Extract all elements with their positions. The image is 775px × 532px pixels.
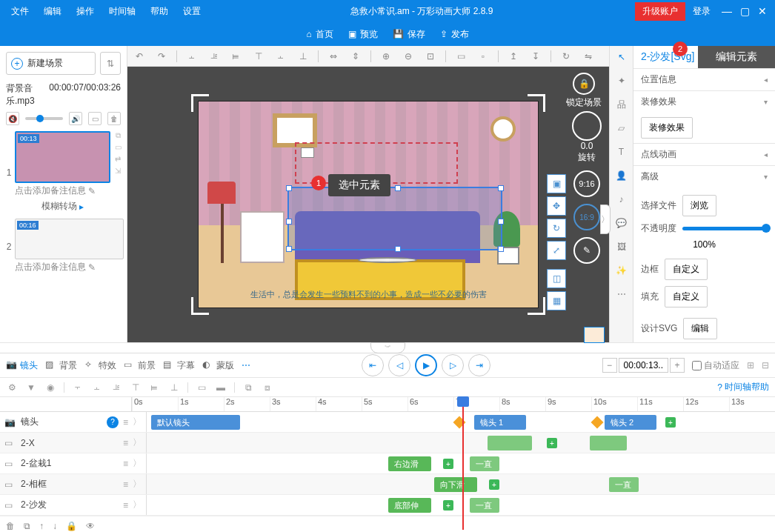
- edit-svg-button[interactable]: 编辑: [683, 318, 717, 339]
- timeline-row-frame[interactable]: ▭2-相框≡〉 向下滑 + 一直: [0, 474, 775, 495]
- align-bot-button[interactable]: ⊥: [296, 49, 310, 64]
- menu-icon[interactable]: ≡: [123, 479, 128, 490]
- opacity-slider[interactable]: [682, 227, 768, 230]
- vol-up-button[interactable]: 🔊: [69, 112, 82, 125]
- playhead[interactable]: [462, 397, 464, 530]
- magic-tool[interactable]: ✨: [613, 262, 630, 279]
- timeline-row-camera[interactable]: 📷镜头?≡〉 默认镜头 镜头 1 镜头 2 +: [0, 412, 775, 433]
- clip-camera-2[interactable]: 镜头 2: [605, 415, 656, 430]
- scale-tool[interactable]: ⤢: [547, 241, 566, 260]
- next-frame-button[interactable]: ⇥: [468, 354, 490, 376]
- login-button[interactable]: 登录: [685, 5, 718, 18]
- text-tool[interactable]: T: [613, 144, 630, 160]
- align-top-button[interactable]: ⊤: [251, 49, 266, 64]
- clip-always[interactable]: 一直: [609, 477, 639, 492]
- chevron-icon[interactable]: 〉: [133, 436, 142, 449]
- cursor-tool[interactable]: ↖: [613, 49, 630, 65]
- new-scene-button[interactable]: + 新建场景: [6, 52, 96, 75]
- chevron-icon[interactable]: 〉: [133, 457, 142, 470]
- canvas-stage[interactable]: 1 选中元素 生活中，总是会发生一些预料不到的小事，造成一些不必要的伤害 ▣ ✥…: [127, 67, 609, 342]
- timeline-ruler[interactable]: 0s1s 2s3s 4s5s 6s7s 8s9s 10s11s 12s13s: [0, 397, 775, 412]
- person-tool[interactable]: 👤: [613, 167, 630, 184]
- auto-fit-checkbox[interactable]: 自动适应: [692, 359, 739, 372]
- clip[interactable]: [590, 436, 627, 450]
- menu-icon[interactable]: ≡: [123, 417, 128, 428]
- menu-settings[interactable]: 设置: [176, 5, 208, 18]
- menu-icon[interactable]: ≡: [123, 500, 128, 511]
- clip-down-slide[interactable]: 向下滑: [434, 477, 477, 492]
- more-icon[interactable]: ⇲: [112, 167, 124, 177]
- keyframe[interactable]: [591, 416, 604, 429]
- ratio-badge[interactable]: 16:9: [573, 204, 600, 230]
- gallery-tool[interactable]: 🖼: [613, 239, 630, 255]
- camera-layer-button[interactable]: 📷镜头: [6, 359, 38, 372]
- undo-button[interactable]: ↶: [132, 49, 147, 64]
- align-l-icon[interactable]: ⫟: [72, 382, 84, 393]
- expand-arrow[interactable]: 〉: [600, 205, 611, 234]
- subtitle-layer-button[interactable]: ▤字幕: [163, 359, 195, 372]
- play-button[interactable]: ▶: [415, 354, 437, 376]
- unlink-icon[interactable]: ⧈: [262, 382, 273, 393]
- move-tool[interactable]: ✥: [547, 196, 566, 216]
- align-r-icon[interactable]: ⫡: [110, 382, 122, 393]
- add-keyframe[interactable]: +: [443, 459, 453, 469]
- mask-layer-button[interactable]: ◐蒙版: [202, 359, 234, 372]
- dup-icon[interactable]: ▭: [112, 143, 124, 153]
- align-right-button[interactable]: ⫢: [229, 49, 244, 64]
- crop-tool[interactable]: ◫: [547, 269, 566, 288]
- copy-icon[interactable]: ⧉: [112, 131, 124, 142]
- timeline-row-plant[interactable]: ▭2-盆栽1≡〉 右边滑 + 一直: [0, 453, 775, 474]
- step-fwd-button[interactable]: ▷: [442, 354, 464, 376]
- maximize-button[interactable]: ▢: [736, 5, 754, 17]
- position-section[interactable]: 位置信息◂: [633, 69, 775, 90]
- time-badge[interactable]: 9:16: [573, 170, 600, 197]
- front-button[interactable]: ↥: [506, 49, 521, 64]
- audio-tool[interactable]: ♪: [613, 191, 630, 207]
- thumbnail-strip[interactable]: [584, 327, 605, 343]
- dist-v-button[interactable]: ⇕: [348, 49, 363, 64]
- collapse-button[interactable]: ︾: [370, 342, 405, 353]
- decoration-section[interactable]: 装修效果▾: [633, 91, 775, 113]
- sort-button[interactable]: ⇅: [100, 52, 121, 75]
- delete-audio-button[interactable]: 🗑: [107, 112, 121, 125]
- decoration-button[interactable]: 装修效果: [641, 117, 693, 139]
- step-back-button[interactable]: ◁: [388, 354, 410, 376]
- menu-timeline[interactable]: 时间轴: [102, 5, 143, 18]
- advanced-section[interactable]: 高级▾: [633, 166, 775, 187]
- scene-item-1[interactable]: 1 00:13 点击添加备注信息✎ 模糊转场▸ ⧉ ▭ ⇄ ⇲: [3, 131, 124, 214]
- zoom-in-button[interactable]: ⊕: [379, 49, 393, 64]
- clip[interactable]: [488, 436, 532, 450]
- align-left-button[interactable]: ⫠: [184, 49, 199, 64]
- add-keyframe[interactable]: +: [665, 417, 676, 428]
- lock-icon[interactable]: ⇄: [112, 155, 124, 165]
- clip-camera-1[interactable]: 镜头 1: [474, 415, 526, 430]
- clip-default-camera[interactable]: 默认镜头: [151, 415, 240, 430]
- prev-frame-button[interactable]: ⇤: [362, 354, 384, 376]
- zoom-out-button[interactable]: ⊖: [401, 49, 416, 64]
- rotate-dial[interactable]: [572, 111, 602, 141]
- rotate-button[interactable]: ↻: [559, 49, 573, 64]
- menu-file[interactable]: 文件: [4, 5, 36, 18]
- trash-icon[interactable]: 🗑: [6, 521, 15, 531]
- copy-icon[interactable]: ⧉: [24, 521, 30, 531]
- scene-thumbnail[interactable]: 00:13: [15, 131, 110, 183]
- add-keyframe[interactable]: +: [443, 500, 453, 511]
- publish-button[interactable]: ⇪发布: [440, 28, 469, 41]
- pen-badge[interactable]: ✎: [573, 237, 600, 264]
- group-button[interactable]: ▭: [453, 49, 468, 64]
- dist-h-button[interactable]: ⇔: [326, 49, 341, 64]
- seq2-icon[interactable]: ▬: [215, 382, 227, 393]
- upgrade-button[interactable]: 升级账户: [635, 2, 685, 21]
- shape-tool[interactable]: 品: [613, 96, 630, 113]
- min-button[interactable]: ▭: [88, 112, 102, 125]
- more-tool[interactable]: ⋯: [613, 286, 630, 302]
- rotate-panel[interactable]: 0.0 旋转: [572, 111, 602, 164]
- align-c-icon[interactable]: ⫠: [91, 382, 103, 393]
- fg-layer-button[interactable]: ▭前景: [124, 359, 156, 372]
- clip-always[interactable]: 一直: [470, 456, 499, 471]
- minimize-button[interactable]: ―: [718, 5, 736, 17]
- lock-panel[interactable]: 🔒 锁定场景: [566, 73, 602, 109]
- help-icon[interactable]: ?: [107, 416, 119, 428]
- refresh-tool[interactable]: ↻: [547, 219, 566, 238]
- lock-icon[interactable]: 🔒: [66, 521, 77, 531]
